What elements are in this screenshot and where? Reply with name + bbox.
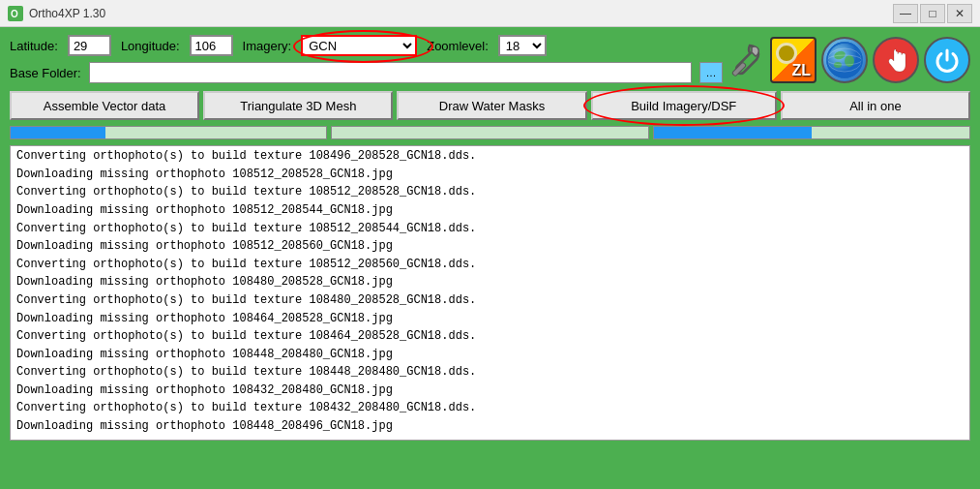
draw-water-masks-button[interactable]: Draw Water Masks: [397, 91, 586, 120]
action-buttons: Assemble Vector data Triangulate 3D Mesh…: [10, 91, 970, 120]
progress-bar-2: [331, 126, 648, 139]
progress-fill-1: [11, 127, 105, 138]
log-line: Downloading missing orthophoto 108448_20…: [16, 346, 964, 364]
log-line: Downloading missing orthophoto 108464_20…: [16, 310, 964, 328]
zl-label: ZL: [791, 62, 811, 79]
log-area[interactable]: Downloading missing orthophoto 108464_20…: [10, 145, 970, 441]
imagery-wrapper: GCN Bing Google USGS: [301, 35, 417, 56]
log-line: Converting orthophoto(s) to build textur…: [16, 256, 964, 274]
imagery-label: Imagery:: [243, 39, 292, 53]
build-imagery-wrap: Build Imagery/DSF: [591, 91, 777, 120]
log-line: Downloading missing orthophoto 108512_20…: [16, 237, 964, 256]
app-icon: O: [8, 6, 23, 21]
lon-input[interactable]: [190, 35, 233, 56]
lat-input[interactable]: [68, 35, 111, 56]
build-imagery-button[interactable]: Build Imagery/DSF: [591, 91, 777, 120]
maximize-button[interactable]: □: [920, 4, 945, 23]
base-folder-label: Base Folder:: [10, 66, 81, 80]
power-icon: [933, 46, 962, 75]
imagery-select[interactable]: GCN Bing Google USGS: [301, 35, 417, 56]
folder-icon: …: [706, 67, 717, 78]
log-line: Converting orthophoto(s) to build textur…: [16, 363, 964, 382]
log-line: Converting orthophoto(s) to build textur…: [16, 220, 964, 238]
assemble-vector-button[interactable]: Assemble Vector data: [10, 91, 199, 120]
zl-icon[interactable]: ZL: [770, 37, 817, 83]
log-line: Downloading missing orthophoto 108448_20…: [16, 417, 964, 436]
stop-button[interactable]: [873, 37, 919, 83]
log-line: Downloading missing orthophoto 108480_20…: [16, 273, 964, 291]
progress-fill-3: [654, 127, 812, 138]
log-line: Converting orthophoto(s) to build textur…: [16, 327, 964, 346]
all-in-one-button[interactable]: All in one: [781, 91, 970, 120]
log-line: Converting orthophoto(s) to build textur…: [16, 399, 964, 417]
log-line: Downloading missing orthophoto 108512_20…: [16, 201, 964, 220]
lat-label: Latitude:: [10, 39, 58, 53]
zoom-label: Zoomlevel:: [427, 39, 489, 53]
icons-section: ZL: [723, 35, 970, 83]
settings-button[interactable]: [723, 38, 765, 83]
title-bar: O Ortho4XP 1.30 — □ ✕: [0, 0, 980, 27]
zoom-select[interactable]: 14 15 16 17 18 19 20: [498, 35, 547, 56]
progress-row: [10, 126, 970, 139]
power-button[interactable]: [924, 37, 970, 83]
base-folder-input[interactable]: [89, 62, 692, 83]
log-line: Converting orthophoto(s) to build textur…: [16, 183, 964, 201]
minimize-button[interactable]: —: [893, 4, 918, 23]
main-area: Latitude: Longitude: Imagery: GCN Bing G…: [0, 27, 980, 446]
app-title: Ortho4XP 1.30: [29, 7, 105, 20]
magnifier-lens: [776, 43, 797, 64]
progress-bar-1: [10, 126, 327, 139]
window-controls: — □ ✕: [893, 4, 972, 23]
lon-label: Longitude:: [121, 39, 180, 53]
triangulate-3d-button[interactable]: Triangulate 3D Mesh: [203, 91, 393, 120]
close-button[interactable]: ✕: [947, 4, 972, 23]
folder-browse-button[interactable]: …: [699, 62, 723, 83]
log-line: Downloading missing orthophoto 108512_20…: [16, 166, 964, 184]
globe-icon: [826, 42, 863, 78]
globe-button[interactable]: [821, 37, 868, 83]
wrench-icon: [723, 38, 765, 80]
svg-text:O: O: [11, 9, 18, 19]
progress-bar-3: [653, 126, 970, 139]
log-line: Converting orthophoto(s) to build textur…: [16, 291, 964, 310]
log-line: Converting orthophoto(s) to build textur…: [16, 147, 964, 166]
hand-icon: [881, 46, 910, 75]
log-line: Downloading missing orthophoto 108432_20…: [16, 382, 964, 400]
